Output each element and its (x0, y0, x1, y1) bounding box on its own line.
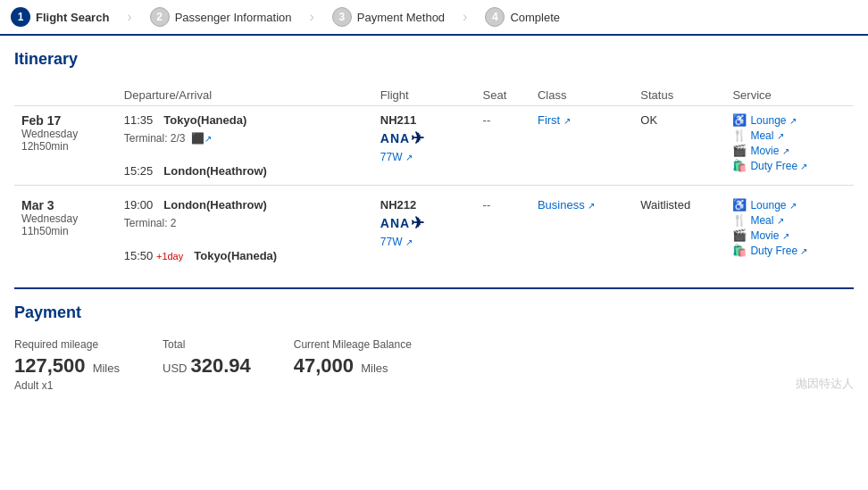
service-lounge-1: ♿ Lounge ↗ (732, 113, 847, 127)
depart-city-1: Tokyo(Haneda) (163, 113, 246, 127)
col-header-date (14, 85, 117, 106)
col-header-status: Status (633, 85, 725, 106)
step-num-3: 3 (332, 7, 352, 27)
col-header-class: Class (530, 85, 633, 106)
main-content: Itinerary Departure/Arrival Flight Seat … (0, 36, 868, 420)
watermark: 抛因特达人 (796, 376, 854, 392)
ana-logo-1: ANA ✈ (380, 129, 469, 148)
service-dutyfree-2: 🛍️ Duty Free ↗ (732, 244, 847, 257)
flight-info-2: NH212 ANA ✈ 77W ↗ (373, 186, 476, 270)
depart-time-1: 11:35 (124, 113, 154, 127)
lounge-link-1[interactable]: Lounge ↗ (750, 114, 796, 127)
meal-link-2[interactable]: Meal ↗ (750, 214, 783, 227)
flight-info-1: NH211 ANA ✈ 77W ↗ (373, 106, 476, 186)
lounge-icon-2: ♿ (732, 198, 747, 212)
step-label-2: Passenger Information (175, 11, 292, 24)
mileage-sub: Adult x1 (14, 379, 120, 392)
progress-step-1[interactable]: 1 Flight Search (11, 7, 109, 27)
progress-bar: 1 Flight Search › 2 Passenger Informatio… (0, 0, 868, 36)
meal-icon-2: 🍴 (732, 213, 747, 227)
meal-icon-1: 🍴 (732, 129, 747, 142)
class-1: First ↗ (530, 106, 633, 186)
col-header-service: Service (725, 85, 854, 106)
step-num-1: 1 (11, 7, 30, 27)
aircraft-link-1[interactable]: 77W ↗ (380, 151, 413, 163)
depart-time-2: 19:00 (124, 198, 154, 212)
duration-label-2: 11h50min (21, 225, 110, 237)
total-label: Total (163, 338, 251, 351)
table-row: Mar 3 Wednesday 11h50min 19:00 London(He… (14, 186, 854, 270)
col-header-flight: Flight (373, 85, 476, 106)
lounge-link-2[interactable]: Lounge ↗ (750, 199, 796, 212)
payment-section: Payment Required mileage 127,500 Miles A… (14, 303, 854, 406)
step-divider-1: › (127, 9, 131, 25)
terminal-2: Terminal: 2 (124, 217, 177, 229)
duration-label-1: 12h50min (21, 140, 110, 153)
itinerary-title: Itinerary (14, 50, 854, 74)
step-label-4: Complete (510, 11, 560, 24)
day-label-2: Wednesday (21, 212, 110, 225)
progress-step-4[interactable]: 4 Complete (485, 7, 560, 27)
class-link-2[interactable]: Business ↗ (538, 198, 595, 212)
flight-date-2: Mar 3 Wednesday 11h50min (14, 186, 117, 270)
payment-total: Total USD320.94 (163, 338, 251, 378)
flight-date-1: Feb 17 Wednesday 12h50min (14, 106, 117, 186)
movie-link-1[interactable]: Movie ↗ (750, 145, 789, 157)
progress-step-3[interactable]: 3 Payment Method (332, 7, 445, 27)
step-label-1: Flight Search (36, 11, 109, 24)
status-1: OK (633, 106, 725, 186)
day-label-1: Wednesday (21, 128, 110, 140)
payment-balance: Current Mileage Balance 47,000 Miles (294, 338, 412, 378)
dep-arr-2: 19:00 London(Heathrow) Terminal: 2 15:50… (117, 186, 373, 270)
dutyfree-icon-1: 🛍️ (732, 159, 747, 172)
arrive-city-2: Tokyo(Haneda) (194, 249, 277, 262)
step-divider-2: › (309, 9, 313, 25)
payment-mileage: Required mileage 127,500 Miles Adult x1 (14, 338, 120, 392)
movie-icon-1: 🎬 (732, 144, 747, 157)
service-meal-1: 🍴 Meal ↗ (732, 129, 847, 142)
arrive-time-2: 15:50 +1day (124, 249, 183, 262)
terminal-1: Terminal: 2/3 (124, 132, 186, 145)
seat-1: -- (476, 106, 530, 186)
section-divider (14, 287, 854, 289)
service-meal-2: 🍴 Meal ↗ (732, 213, 847, 227)
payment-grid: Required mileage 127,500 Miles Adult x1 … (14, 338, 854, 392)
seat-2: -- (476, 186, 530, 270)
col-header-seat: Seat (476, 85, 530, 106)
service-lounge-2: ♿ Lounge ↗ (732, 198, 847, 212)
step-label-3: Payment Method (357, 11, 445, 24)
dutyfree-icon-2: 🛍️ (732, 244, 747, 257)
flight-num-2: NH212 (380, 198, 469, 212)
progress-step-2[interactable]: 2 Passenger Information (150, 7, 292, 27)
step-num-2: 2 (150, 7, 170, 27)
balance-value: 47,000 Miles (294, 354, 412, 378)
status-2: Waitlisted (633, 186, 725, 270)
movie-link-2[interactable]: Movie ↗ (750, 229, 789, 242)
class-2: Business ↗ (530, 186, 633, 270)
dutyfree-link-1[interactable]: Duty Free ↗ (750, 160, 807, 172)
arrive-time-1: 15:25 (124, 164, 154, 178)
balance-label: Current Mileage Balance (294, 338, 412, 351)
col-header-departure: Departure/Arrival (117, 85, 373, 106)
service-movie-1: 🎬 Movie ↗ (732, 144, 847, 157)
terminal-link-1[interactable]: ⬛↗ (191, 132, 212, 145)
flight-num-1: NH211 (380, 113, 469, 127)
movie-icon-2: 🎬 (732, 228, 747, 242)
step-num-4: 4 (485, 7, 505, 27)
payment-title: Payment (14, 303, 854, 328)
aircraft-link-2[interactable]: 77W ↗ (380, 236, 413, 248)
depart-city-2: London(Heathrow) (163, 198, 267, 212)
total-value: USD320.94 (163, 354, 251, 378)
itinerary-table: Departure/Arrival Flight Seat Class Stat… (14, 85, 854, 270)
mileage-label: Required mileage (14, 338, 120, 351)
class-link-1[interactable]: First ↗ (538, 113, 571, 127)
date-label-2: Mar 3 (21, 198, 110, 212)
service-1: ♿ Lounge ↗ 🍴 Meal ↗ 🎬 Movie ↗ 🛍️ (725, 106, 854, 186)
service-2: ♿ Lounge ↗ 🍴 Meal ↗ 🎬 Movie ↗ 🛍️ (725, 186, 854, 270)
dutyfree-link-2[interactable]: Duty Free ↗ (750, 245, 807, 257)
meal-link-1[interactable]: Meal ↗ (750, 129, 783, 142)
ana-logo-2: ANA ✈ (380, 213, 469, 233)
service-dutyfree-1: 🛍️ Duty Free ↗ (732, 159, 847, 172)
table-row: Feb 17 Wednesday 12h50min 11:35 Tokyo(Ha… (14, 106, 854, 186)
lounge-icon-1: ♿ (732, 113, 747, 127)
